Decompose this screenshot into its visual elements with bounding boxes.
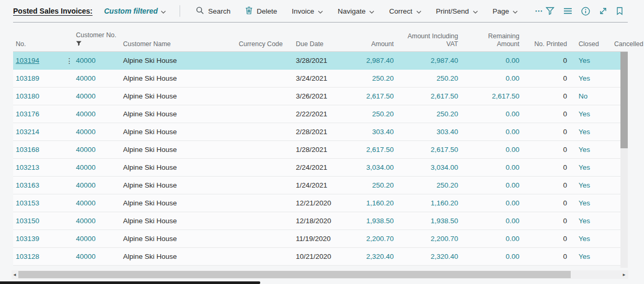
amount-link[interactable]: 250.20 [372,110,394,118]
remaining-amount-link[interactable]: 0.00 [506,110,519,118]
invoice-no-link[interactable]: 103213 [16,163,39,171]
customer-no-link[interactable]: 40000 [76,199,96,207]
table-row[interactable]: 103180 40000 Alpine Ski House 3/26/2021 … [13,88,628,105]
invoice-no-link[interactable]: 103214 [16,128,39,136]
amount-link[interactable]: 2,987.40 [366,57,394,64]
horizontal-scrollbar-thumb[interactable] [18,271,571,278]
customer-no-link[interactable]: 40000 [76,146,96,154]
table-row[interactable]: 103150 40000 Alpine Ski House 12/18/2020… [13,212,628,230]
amount-including-vat-link[interactable]: 2,320.40 [430,253,458,260]
column-header-amount[interactable]: Amount [346,40,394,49]
amount-link[interactable]: 1,938.50 [366,217,394,225]
remaining-amount-link[interactable]: 0.00 [506,235,519,243]
customer-no-link[interactable]: 40000 [76,92,96,100]
customer-no-link[interactable]: 40000 [76,253,96,260]
column-header-due-date[interactable]: Due Date [283,40,346,49]
scroll-right-arrow-icon[interactable]: ► [621,270,627,279]
remaining-amount-link[interactable]: 0.00 [506,217,519,225]
customer-no-link[interactable]: 40000 [76,163,96,171]
horizontal-scrollbar[interactable]: ◄ ► [12,270,628,279]
invoice-no-link[interactable]: 103168 [16,146,39,154]
invoice-no-link[interactable]: 103180 [16,92,39,100]
invoice-no-link[interactable]: 103163 [16,181,39,189]
column-header-cancelled[interactable]: Cancelled [598,40,628,49]
navigate-menu-button[interactable]: Navigate [338,7,374,15]
column-header-remaining-amount[interactable]: Remaining Amount [458,32,519,49]
remaining-amount-link[interactable]: 0.00 [506,146,519,154]
scroll-left-arrow-icon[interactable]: ◄ [12,270,18,279]
column-header-no-printed[interactable]: No. Printed [519,40,567,49]
correct-menu-button[interactable]: Correct [389,7,421,15]
invoice-no-link[interactable]: 103153 [16,199,39,207]
remaining-amount-link[interactable]: 0.00 [506,128,519,136]
view-filter-dropdown[interactable]: Custom filtered [104,7,166,15]
customer-no-link[interactable]: 40000 [76,128,96,136]
amount-including-vat-link[interactable]: 250.20 [437,181,458,189]
table-row[interactable]: 103213 40000 Alpine Ski House 2/24/2021 … [13,159,628,177]
customer-no-link[interactable]: 40000 [76,217,96,225]
customer-no-link[interactable]: 40000 [76,74,96,82]
more-options-button[interactable]: ⋯ [535,6,543,16]
remaining-amount-link[interactable]: 0.00 [506,181,519,189]
invoice-no-link[interactable]: 103189 [16,74,39,82]
column-header-amount-including-vat[interactable]: Amount Including VAT [394,32,458,49]
amount-link[interactable]: 2,617.50 [366,146,394,154]
amount-including-vat-link[interactable]: 1,938.50 [430,217,458,225]
row-ellipsis-icon[interactable]: ⋮ [63,57,76,65]
remaining-amount-link[interactable]: 0.00 [506,199,519,207]
remaining-amount-link[interactable]: 2,617.50 [492,92,519,100]
remaining-amount-link[interactable]: 0.00 [506,74,519,82]
amount-including-vat-link[interactable]: 250.20 [437,110,458,118]
table-row[interactable]: 103153 40000 Alpine Ski House 12/21/2020… [13,194,628,212]
amount-link[interactable]: 250.20 [372,181,394,189]
amount-including-vat-link[interactable]: 2,617.50 [430,92,458,100]
remaining-amount-link[interactable]: 0.00 [506,57,519,64]
amount-link[interactable]: 2,200.70 [366,235,394,243]
table-row[interactable]: 103168 40000 Alpine Ski House 1/28/2021 … [13,141,628,159]
amount-including-vat-link[interactable]: 2,617.50 [430,146,458,154]
table-row[interactable]: 103194 ⋮ 40000 Alpine Ski House 3/28/202… [13,52,628,70]
table-row[interactable]: 103128 40000 Alpine Ski House 10/21/2020… [13,248,628,266]
invoice-no-link[interactable]: 103128 [16,253,39,260]
filter-icon[interactable] [546,7,554,15]
page-menu-button[interactable]: Page [493,7,518,15]
remaining-amount-link[interactable]: 0.00 [506,253,519,260]
bookmark-icon[interactable] [616,7,623,15]
search-button[interactable]: Search [196,6,230,16]
amount-including-vat-link[interactable]: 2,200.70 [430,235,458,243]
remaining-amount-link[interactable]: 0.00 [506,163,519,171]
vertical-scrollbar[interactable] [620,52,628,268]
expand-icon[interactable] [599,7,607,15]
amount-link[interactable]: 3,034.00 [366,163,394,171]
amount-including-vat-link[interactable]: 3,034.00 [430,163,458,171]
table-row[interactable]: 103189 40000 Alpine Ski House 3/24/2021 … [13,70,628,88]
amount-including-vat-link[interactable]: 250.20 [437,74,458,82]
amount-link[interactable]: 250.20 [372,74,394,82]
column-header-currency-code[interactable]: Currency Code [225,40,283,49]
column-header-no[interactable]: No. [13,40,63,49]
customer-no-link[interactable]: 40000 [76,235,96,243]
column-header-closed[interactable]: Closed [567,40,598,49]
page-title[interactable]: Posted Sales Invoices: [13,7,93,15]
vertical-scrollbar-thumb[interactable] [620,52,628,148]
invoice-no-link[interactable]: 103176 [16,110,39,118]
amount-including-vat-link[interactable]: 1,160.20 [430,199,458,207]
amount-link[interactable]: 2,617.50 [366,92,394,100]
invoice-no-link[interactable]: 103139 [16,235,39,243]
delete-button[interactable]: Delete [245,6,277,16]
table-row[interactable]: 103139 40000 Alpine Ski House 11/19/2020… [13,230,628,248]
print-send-menu-button[interactable]: Print/Send [436,7,478,15]
customer-no-link[interactable]: 40000 [76,110,96,118]
column-header-customer-name[interactable]: Customer Name [123,40,225,49]
column-header-customer-no[interactable]: Customer No. [76,31,123,49]
invoice-no-link[interactable]: 103194 [16,57,39,64]
invoice-no-link[interactable]: 103150 [16,217,39,225]
table-row[interactable]: 103163 40000 Alpine Ski House 1/24/2021 … [13,177,628,194]
table-row[interactable]: 103214 40000 Alpine Ski House 2/28/2021 … [13,123,628,141]
invoice-menu-button[interactable]: Invoice [292,7,323,15]
info-icon[interactable] [581,7,590,16]
amount-including-vat-link[interactable]: 303.40 [437,128,458,136]
table-row[interactable]: 103176 40000 Alpine Ski House 2/22/2021 … [13,105,628,123]
customer-no-link[interactable]: 40000 [76,57,96,64]
amount-link[interactable]: 303.40 [372,128,394,136]
